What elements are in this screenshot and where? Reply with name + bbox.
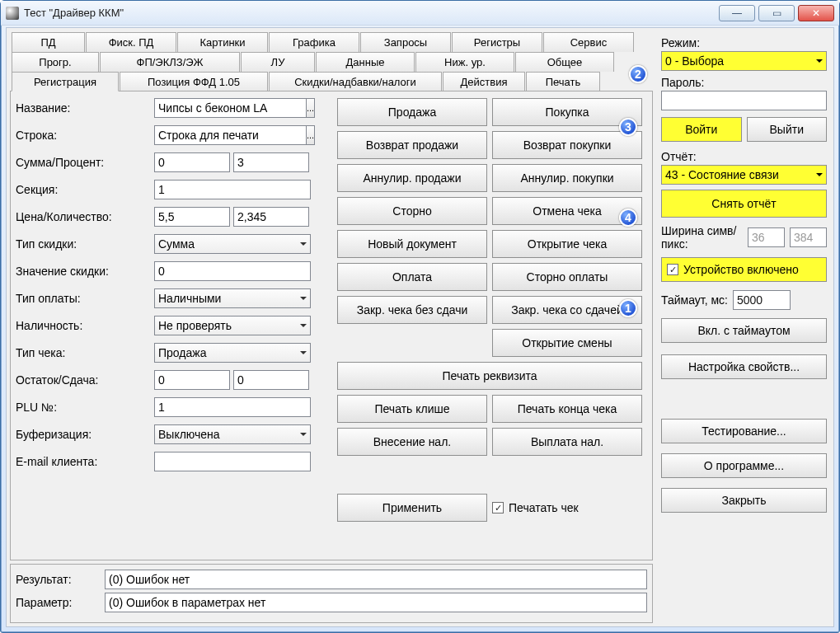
tab-lowlvl[interactable]: Ниж. ур. bbox=[415, 52, 514, 72]
qty-input[interactable] bbox=[233, 207, 309, 227]
on-timeout-button[interactable]: Вкл. с таймаутом bbox=[661, 318, 827, 343]
mode-select[interactable]: 0 - Выбора bbox=[661, 51, 827, 71]
section-input[interactable] bbox=[154, 180, 311, 199]
tab-registration[interactable]: Регистрация bbox=[12, 72, 119, 91]
tab-lu[interactable]: ЛУ bbox=[241, 52, 315, 72]
plu-label: PLU №: bbox=[16, 401, 148, 414]
tab-service[interactable]: Сервис bbox=[543, 32, 634, 52]
rest-a-input[interactable] bbox=[154, 370, 230, 390]
open-check-button[interactable]: Открытие чека bbox=[492, 230, 642, 258]
tab-actions[interactable]: Действия bbox=[443, 72, 525, 91]
section-label: Секция: bbox=[16, 183, 148, 196]
titlebar: Тест "Драйвер ККМ" — ▭ ✕ bbox=[1, 1, 839, 26]
cash-select[interactable]: Не проверять bbox=[154, 316, 311, 335]
rest-b-input[interactable] bbox=[233, 370, 309, 390]
pay-button[interactable]: Оплата bbox=[337, 263, 487, 291]
sale-button[interactable]: Продажа bbox=[337, 98, 487, 126]
tab-registers[interactable]: Регистры bbox=[452, 32, 542, 52]
tab-requests[interactable]: Запросы bbox=[360, 32, 451, 52]
about-button[interactable]: О программе... bbox=[661, 453, 827, 478]
tab-pd[interactable]: ПД bbox=[12, 32, 85, 52]
paytype-label: Тип оплаты: bbox=[16, 292, 148, 305]
login-button[interactable]: Войти bbox=[661, 117, 742, 142]
tab-fisk-pd[interactable]: Фиск. ПД bbox=[86, 32, 176, 52]
width-chars-input[interactable] bbox=[748, 227, 785, 247]
param-field bbox=[105, 593, 647, 612]
tabs-row-1: ПД Фиск. ПД Картинки Графика Запросы Рег… bbox=[10, 31, 653, 51]
print-check-row[interactable]: ✓ Печатать чек bbox=[492, 494, 642, 522]
cash-label: Наличность: bbox=[16, 319, 148, 332]
close-window-button[interactable]: ✕ bbox=[798, 5, 834, 21]
discval-label: Значение скидки: bbox=[16, 265, 148, 278]
price-input[interactable] bbox=[154, 207, 230, 227]
timeout-input[interactable] bbox=[733, 290, 791, 310]
password-label: Пароль: bbox=[661, 76, 827, 89]
annul-purchase-button[interactable]: Аннулир. покупки bbox=[492, 164, 642, 192]
password-input[interactable] bbox=[661, 91, 827, 110]
print-end-button[interactable]: Печать конца чека bbox=[492, 395, 642, 423]
tab-data[interactable]: Данные bbox=[316, 52, 415, 72]
operations-grid: Продажа Покупка Возврат продажи Возврат … bbox=[337, 98, 642, 522]
plu-input[interactable] bbox=[154, 397, 311, 417]
result-label: Результат: bbox=[16, 573, 98, 586]
print-requisite-button[interactable]: Печать реквизита bbox=[337, 362, 642, 390]
chktype-select[interactable]: Продажа bbox=[154, 343, 311, 363]
return-sale-button[interactable]: Возврат продажи bbox=[337, 131, 487, 159]
tab-pictures[interactable]: Картинки bbox=[177, 32, 268, 52]
name-input[interactable] bbox=[154, 98, 307, 118]
apply-button[interactable]: Применить bbox=[337, 494, 487, 522]
storno-button[interactable]: Сторно bbox=[337, 197, 487, 225]
cash-in-button[interactable]: Внесение нал. bbox=[337, 428, 487, 456]
tab-general[interactable]: Общее bbox=[515, 52, 614, 72]
discval-input[interactable] bbox=[154, 261, 311, 281]
width-px-input[interactable] bbox=[790, 227, 827, 247]
annotation-3: 3 bbox=[619, 118, 637, 136]
disctype-label: Тип скидки: bbox=[16, 237, 148, 251]
properties-button[interactable]: Настройка свойств... bbox=[661, 354, 827, 379]
email-input[interactable] bbox=[154, 452, 311, 471]
sum-input[interactable] bbox=[154, 152, 230, 172]
disctype-select[interactable]: Сумма bbox=[154, 234, 311, 254]
tab-print[interactable]: Печать bbox=[526, 72, 600, 91]
priceqty-label: Цена/Количество: bbox=[16, 210, 148, 223]
storno-pay-button[interactable]: Сторно оплаты bbox=[492, 263, 642, 291]
new-doc-button[interactable]: Новый документ bbox=[337, 230, 487, 258]
tab-graphics[interactable]: Графика bbox=[269, 32, 359, 52]
buf-select[interactable]: Выключена bbox=[154, 424, 311, 444]
logout-button[interactable]: Выйти bbox=[747, 117, 828, 142]
buf-label: Буферизация: bbox=[16, 428, 148, 441]
cash-out-button[interactable]: Выплата нал. bbox=[492, 428, 642, 456]
take-report-button[interactable]: Снять отчёт bbox=[661, 190, 827, 218]
print-check-checkbox[interactable]: ✓ bbox=[492, 502, 504, 513]
testing-button[interactable]: Тестирование... bbox=[661, 419, 827, 443]
maximize-button[interactable]: ▭ bbox=[758, 5, 795, 21]
mode-label: Режим: bbox=[661, 36, 827, 49]
line-input[interactable] bbox=[154, 125, 307, 145]
return-purchase-button[interactable]: Возврат покупки bbox=[492, 131, 642, 159]
close-nochange-button[interactable]: Закр. чека без сдачи bbox=[337, 296, 487, 324]
percent-input[interactable] bbox=[233, 152, 309, 172]
name-browse-button[interactable]: ... bbox=[307, 98, 315, 118]
sumpct-label: Сумма/Процент: bbox=[16, 156, 148, 169]
paytype-select[interactable]: Наличными bbox=[154, 288, 311, 308]
print-cliche-button[interactable]: Печать клише bbox=[337, 395, 487, 423]
tab-progr[interactable]: Прогр. bbox=[12, 52, 99, 72]
param-label: Параметр: bbox=[16, 596, 98, 609]
minimize-button[interactable]: — bbox=[719, 5, 755, 21]
annotation-4: 4 bbox=[619, 209, 637, 227]
close-button[interactable]: Закрыть bbox=[661, 488, 827, 513]
report-select[interactable]: 43 - Состояние связи bbox=[661, 165, 827, 185]
annul-sale-button[interactable]: Аннулир. продажи bbox=[337, 164, 487, 192]
open-shift-button[interactable]: Открытие смены bbox=[492, 329, 642, 357]
tab-fp[interactable]: ФП/ЭКЛЗ/ЭЖ bbox=[100, 52, 240, 72]
tabs-row-2: Прогр. ФП/ЭКЛЗ/ЭЖ ЛУ Данные Ниж. ур. Общ… bbox=[10, 51, 653, 71]
tab-discounts[interactable]: Скидки/надбавки/налоги bbox=[269, 72, 442, 91]
line-browse-button[interactable]: ... bbox=[307, 125, 315, 145]
annotation-2: 2 bbox=[629, 65, 647, 83]
right-panel: Режим: 0 - Выбора Пароль: Войти Выйти От… bbox=[658, 31, 830, 623]
annotation-1: 1 bbox=[619, 299, 637, 317]
device-on-label: Устройство включено bbox=[683, 263, 799, 276]
device-on-checkbox[interactable]: ✓ Устройство включено bbox=[661, 257, 827, 282]
name-label: Название: bbox=[16, 101, 148, 115]
tab-ffd[interactable]: Позиция ФФД 1.05 bbox=[120, 72, 268, 91]
